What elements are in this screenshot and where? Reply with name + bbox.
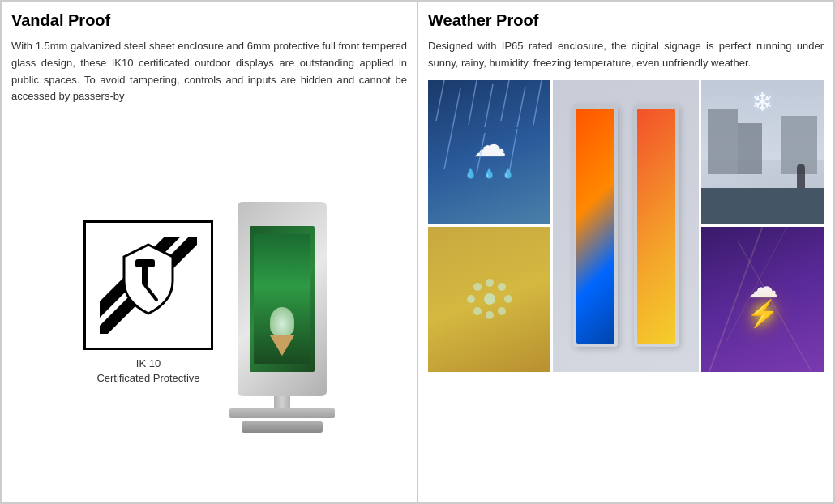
svg-point-19 (484, 293, 495, 305)
ik10-icon-box (84, 220, 213, 350)
svg-line-14 (509, 129, 517, 173)
street-scene: ❄ (701, 80, 824, 225)
kiosk-foot (242, 421, 323, 433)
ik10-line2: Certificated Protective (96, 371, 199, 386)
svg-line-7 (469, 80, 477, 125)
svg-line-13 (477, 133, 485, 173)
svg-line-6 (452, 88, 460, 129)
main-container: Vandal Proof With 1.5mm galvanized steel… (0, 0, 835, 504)
kiosk-base (229, 408, 335, 418)
vandal-title: Vandal Proof (11, 11, 407, 30)
thunder-icon-group: ☁ ⚡ (747, 269, 779, 329)
kiosk-stand-illustration (229, 173, 335, 433)
ik10-line1: IK 10 (96, 357, 199, 371)
ik10-label: IK 10 Certificated Protective (96, 357, 199, 386)
screen-bg (553, 80, 699, 372)
kiosk-screen (250, 226, 315, 372)
thunder-tile: ☁ ⚡ (701, 227, 824, 372)
svg-line-9 (501, 80, 509, 121)
dust-svg (461, 271, 518, 327)
screen-frame (573, 92, 679, 360)
weather-center-col (553, 80, 699, 372)
ik10-certification-box: IK 10 Certificated Protective (84, 220, 213, 386)
weather-title: Weather Proof (428, 11, 824, 30)
weather-image-grid: ☁ 💧 💧 💧 (428, 80, 824, 372)
snowflake-overlay: ❄ (752, 87, 773, 117)
ice-cream-top (270, 307, 294, 335)
svg-line-10 (517, 87, 525, 127)
sand-icon-group (461, 271, 518, 327)
screen-panel-right (634, 105, 679, 347)
weather-proof-panel: Weather Proof Designed with IP65 rated e… (418, 1, 834, 503)
vandal-image-area: IK 10 Certificated Protective (11, 113, 407, 493)
road (701, 188, 824, 224)
screen-tile (553, 80, 699, 372)
kiosk-screen-content (254, 234, 310, 364)
screen-panel-left (573, 105, 618, 347)
kiosk-body (238, 202, 327, 396)
svg-point-17 (498, 283, 506, 291)
rain-lines (428, 80, 550, 225)
lightning-icon: ⚡ (747, 298, 779, 329)
building1 (708, 109, 739, 173)
svg-point-23 (498, 307, 506, 315)
ice-cream-graphic (270, 307, 294, 356)
weather-left-col: ☁ 💧 💧 💧 (428, 80, 550, 372)
svg-point-21 (473, 307, 482, 315)
person-silhouette (797, 164, 805, 188)
vandal-images: IK 10 Certificated Protective (11, 113, 407, 493)
snow-tile: ❄ (701, 80, 824, 225)
sand-tile (428, 227, 550, 372)
svg-point-16 (486, 279, 494, 287)
svg-line-8 (485, 84, 493, 127)
screen-display-left (576, 109, 614, 344)
screen-display-right (637, 109, 675, 344)
svg-point-20 (504, 295, 512, 303)
svg-point-22 (486, 311, 494, 319)
vandal-description: With 1.5mm galvanized steel sheet enclos… (11, 38, 407, 105)
kiosk-pole (274, 396, 290, 408)
ice-cream-cone (270, 335, 294, 356)
rain-tile: ☁ 💧 💧 💧 (428, 80, 550, 225)
svg-line-5 (436, 80, 444, 121)
svg-point-15 (473, 283, 482, 291)
rain-svg (428, 80, 550, 225)
ik10-shield-svg (100, 237, 197, 334)
vandal-proof-panel: Vandal Proof With 1.5mm galvanized steel… (1, 1, 418, 503)
weather-right-col: ❄ ☁ ⚡ (701, 80, 824, 372)
svg-line-11 (533, 80, 542, 125)
svg-line-12 (444, 129, 452, 169)
svg-point-18 (467, 295, 475, 303)
weather-description: Designed with IP65 rated enclosure, the … (428, 38, 824, 72)
building2 (738, 123, 762, 173)
snowflake-icon: ❄ (752, 88, 773, 117)
svg-rect-3 (135, 259, 155, 267)
